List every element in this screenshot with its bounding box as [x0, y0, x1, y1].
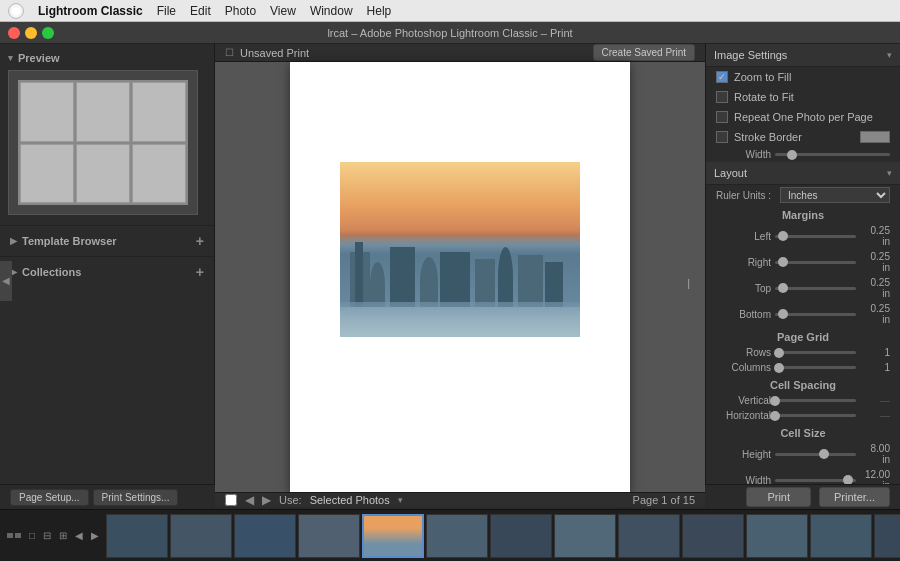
preview-thumbnail [18, 80, 188, 205]
prev-arrow-icon[interactable]: ◀ [245, 493, 254, 507]
menu-window[interactable]: Window [310, 4, 353, 18]
preview-cell-4 [20, 144, 74, 204]
minimize-button[interactable] [25, 27, 37, 39]
columns-label: Columns [716, 362, 771, 373]
menu-file[interactable]: File [157, 4, 176, 18]
width-slider[interactable] [775, 479, 856, 482]
film-thumb-10[interactable] [682, 514, 744, 558]
prev-filmstrip-btn[interactable]: ◀ [72, 528, 86, 543]
center-toolbar: ☐ Unsaved Print Create Saved Print [215, 44, 705, 62]
film-thumb-13[interactable] [874, 514, 900, 558]
page-grid-label: Page Grid [706, 327, 900, 345]
horizontal-slider[interactable] [775, 414, 856, 417]
collections-add-icon[interactable]: + [196, 264, 204, 280]
bottom-checkbox[interactable] [225, 494, 237, 506]
use-label: Use: [279, 494, 302, 506]
rotate-to-fit-row: Rotate to Fit [706, 87, 900, 107]
layout-header[interactable]: Layout ▾ [706, 162, 900, 185]
film-thumb-1[interactable] [106, 514, 168, 558]
stroke-border-label: Stroke Border [734, 131, 854, 143]
vertical-value: — [860, 395, 890, 406]
survey-view-btn[interactable]: ⊞ [56, 528, 70, 543]
left-panel-collapse-arrow[interactable]: ◀ [0, 261, 12, 301]
print-button[interactable]: Print [746, 487, 811, 507]
film-thumb-2[interactable] [170, 514, 232, 558]
cursor-indicator: | [687, 277, 690, 289]
horizontal-thumb[interactable] [770, 411, 780, 421]
height-thumb[interactable] [819, 449, 829, 459]
template-browser-header[interactable]: ▶ Template Browser + [0, 228, 214, 254]
menu-photo[interactable]: Photo [225, 4, 256, 18]
create-saved-print-button[interactable]: Create Saved Print [593, 44, 696, 61]
margin-right-slider[interactable] [775, 261, 856, 264]
preview-cell-5 [76, 144, 130, 204]
repeat-one-checkbox[interactable] [716, 111, 728, 123]
margin-bottom-label: Bottom [716, 309, 771, 320]
margin-left-slider[interactable] [775, 235, 856, 238]
compare-view-btn[interactable]: ⊟ [40, 528, 54, 543]
stroke-width-slider[interactable] [775, 153, 890, 156]
height-slider[interactable] [775, 453, 856, 456]
rows-slider[interactable] [775, 351, 856, 354]
film-thumb-11[interactable] [746, 514, 808, 558]
film-thumb-4[interactable] [298, 514, 360, 558]
vertical-slider[interactable] [775, 399, 856, 402]
printer-button[interactable]: Printer... [819, 487, 890, 507]
margin-right-label: Right [716, 257, 771, 268]
image-settings-header[interactable]: Image Settings ▾ [706, 44, 900, 67]
ruler-units-row: Ruler Units : Inches [706, 185, 900, 205]
horizontal-label: Horizontal [716, 410, 771, 421]
margin-left-thumb[interactable] [778, 231, 788, 241]
use-arrow-icon[interactable]: ▾ [398, 495, 403, 505]
stroke-color-swatch[interactable] [860, 131, 890, 143]
stroke-width-row: Width [706, 147, 900, 162]
status-buttons-left: Page Setup... Print Settings... [10, 489, 178, 506]
ruler-units-select[interactable]: Inches [780, 187, 890, 203]
film-thumb-12[interactable] [810, 514, 872, 558]
film-thumb-8[interactable] [554, 514, 616, 558]
template-browser-add-icon[interactable]: + [196, 233, 204, 249]
film-thumb-3[interactable] [234, 514, 296, 558]
divider-1 [0, 225, 214, 226]
next-filmstrip-btn[interactable]: ▶ [88, 528, 102, 543]
menu-view[interactable]: View [270, 4, 296, 18]
margin-top-slider[interactable] [775, 287, 856, 290]
right-panel: Image Settings ▾ ✓ Zoom to Fill Rotate t… [705, 44, 900, 484]
titlebar: lrcat – Adobe Photoshop Lightroom Classi… [0, 22, 900, 44]
rows-thumb[interactable] [774, 348, 784, 358]
vertical-thumb[interactable] [770, 396, 780, 406]
film-thumb-6[interactable] [426, 514, 488, 558]
print-title-area: ☐ Unsaved Print [225, 47, 309, 59]
stroke-border-checkbox[interactable] [716, 131, 728, 143]
maximize-button[interactable] [42, 27, 54, 39]
collections-header[interactable]: ▶ Collections + [0, 259, 214, 285]
film-thumb-5[interactable] [362, 514, 424, 558]
width-thumb[interactable] [843, 475, 853, 484]
menu-edit[interactable]: Edit [190, 4, 211, 18]
rotate-to-fit-checkbox[interactable] [716, 91, 728, 103]
use-value[interactable]: Selected Photos [310, 494, 390, 506]
next-arrow-icon[interactable]: ▶ [262, 493, 271, 507]
page-setup-button[interactable]: Page Setup... [10, 489, 89, 506]
loupe-view-btn[interactable]: □ [26, 528, 38, 543]
print-settings-button[interactable]: Print Settings... [93, 489, 179, 506]
width-value: 12.00 in [860, 469, 890, 484]
cell-size-label: Cell Size [706, 423, 900, 441]
print-title: Unsaved Print [240, 47, 309, 59]
film-thumb-9[interactable] [618, 514, 680, 558]
margin-bottom-thumb[interactable] [778, 309, 788, 319]
layout-arrow-icon: ▾ [887, 168, 892, 178]
margin-bottom-slider[interactable] [775, 313, 856, 316]
stroke-width-thumb[interactable] [787, 150, 797, 160]
margin-right-thumb[interactable] [778, 257, 788, 267]
close-button[interactable] [8, 27, 20, 39]
margin-left-value: 0.25 in [860, 225, 890, 247]
menu-help[interactable]: Help [367, 4, 392, 18]
columns-slider[interactable] [775, 366, 856, 369]
vertical-row: Vertical — [706, 393, 900, 408]
zoom-to-fill-checkbox[interactable]: ✓ [716, 71, 728, 83]
film-thumb-7[interactable] [490, 514, 552, 558]
margin-top-thumb[interactable] [778, 283, 788, 293]
columns-thumb[interactable] [774, 363, 784, 373]
grid-view-btn[interactable] [4, 531, 24, 540]
